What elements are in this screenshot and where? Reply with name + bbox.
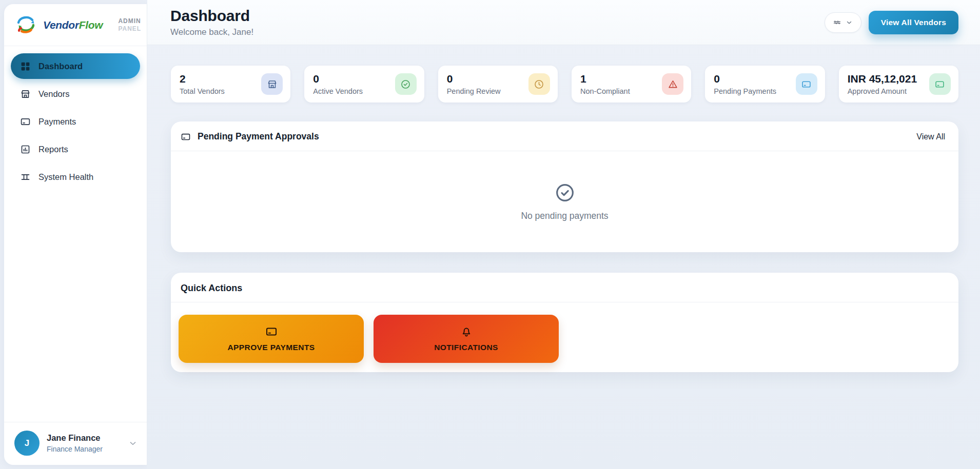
- admin-panel-tag: ADMIN PANEL: [118, 17, 141, 33]
- stat-label: Pending Payments: [714, 87, 776, 95]
- stat-text: 2 Total Vendors: [180, 73, 225, 95]
- stat-value: INR 45,12,021: [848, 73, 917, 85]
- credit-card-icon: [796, 73, 817, 95]
- sidebar: VendorFlow ADMIN PANEL Dashboard: [0, 0, 147, 469]
- sidebar-item-label: Payments: [38, 117, 76, 127]
- check-circle-icon: [555, 182, 575, 203]
- stat-label: Non-Compliant: [580, 87, 630, 95]
- credit-card-icon: [929, 73, 951, 95]
- content: 2 Total Vendors 0 Active Vendors: [147, 45, 980, 393]
- stat-card-pending-review: 0 Pending Review: [438, 66, 558, 103]
- pending-approvals-title-group: Pending Payment Approvals: [181, 131, 319, 142]
- filter-dropdown[interactable]: [825, 12, 861, 33]
- credit-card-icon: [265, 325, 278, 338]
- stat-text: 0 Pending Review: [447, 73, 501, 95]
- main-area: Dashboard Welcome back, Jane! View All V…: [147, 0, 980, 469]
- user-profile[interactable]: J Jane Finance Finance Manager: [4, 422, 147, 465]
- stat-value: 1: [580, 73, 630, 85]
- stat-value: 0: [447, 73, 501, 85]
- dashboard-grid-icon: [20, 61, 31, 72]
- vendorflow-logo-icon: [14, 14, 37, 36]
- avatar: J: [14, 431, 40, 456]
- app-root: VendorFlow ADMIN PANEL Dashboard: [0, 0, 980, 469]
- sidebar-item-label: Dashboard: [38, 62, 83, 71]
- sidebar-item-payments[interactable]: Payments: [11, 109, 140, 134]
- button-label: APPROVE PAYMENTS: [227, 343, 315, 352]
- page-header-text: Dashboard Welcome back, Jane!: [170, 7, 253, 37]
- brand-name: VendorFlow: [43, 19, 103, 31]
- system-rails-icon: [20, 172, 31, 182]
- quick-actions-body: APPROVE PAYMENTS NOTIFICATIONS: [171, 302, 958, 372]
- stat-card-pending-payments: 0 Pending Payments: [705, 66, 825, 103]
- stat-text: INR 45,12,021 Approved Amount: [848, 73, 917, 95]
- chevron-down-icon[interactable]: [128, 439, 138, 448]
- credit-card-icon: [181, 132, 191, 142]
- quick-actions-card: Quick Actions APPROVE PAYMENTS: [171, 273, 958, 372]
- pending-approvals-card: Pending Payment Approvals View All No pe…: [171, 121, 958, 252]
- approvals-empty-state: No pending payments: [171, 151, 958, 252]
- brand-name-part1: Vendor: [43, 19, 79, 31]
- stat-card-approved-amount: INR 45,12,021 Approved Amount: [839, 66, 958, 103]
- check-circle-icon: [395, 73, 417, 95]
- stats-row: 2 Total Vendors 0 Active Vendors: [171, 66, 958, 103]
- stat-card-active-vendors: 0 Active Vendors: [304, 66, 424, 103]
- stat-text: 0 Pending Payments: [714, 73, 776, 95]
- notifications-button[interactable]: NOTIFICATIONS: [374, 315, 559, 363]
- sidebar-item-dashboard[interactable]: Dashboard: [11, 53, 140, 79]
- stat-value: 0: [714, 73, 776, 85]
- stat-label: Approved Amount: [848, 87, 917, 95]
- stat-label: Pending Review: [447, 87, 501, 95]
- stat-label: Total Vendors: [180, 87, 225, 95]
- user-role: Finance Manager: [47, 444, 121, 454]
- header-actions: View All Vendors: [825, 11, 958, 34]
- alert-triangle-icon: [662, 73, 683, 95]
- view-all-link[interactable]: View All: [916, 132, 945, 141]
- stat-text: 0 Active Vendors: [313, 73, 363, 95]
- button-label: NOTIFICATIONS: [434, 343, 498, 352]
- credit-card-icon: [20, 116, 31, 127]
- admin-panel-line2: PANEL: [118, 25, 141, 33]
- stat-card-total-vendors: 2 Total Vendors: [171, 66, 290, 103]
- waves-icon: [833, 18, 841, 27]
- stat-label: Active Vendors: [313, 87, 363, 95]
- brand-name-part2: Flow: [79, 19, 103, 31]
- sidebar-item-reports[interactable]: Reports: [11, 136, 140, 162]
- stat-text: 1 Non-Compliant: [580, 73, 630, 95]
- sidebar-item-system-health[interactable]: System Health: [11, 164, 140, 190]
- page-title: Dashboard: [170, 7, 253, 25]
- sidebar-item-label: Vendors: [38, 89, 70, 99]
- page-subtitle: Welcome back, Jane!: [170, 27, 253, 37]
- sidebar-nav: Dashboard Vendors Payments: [4, 46, 147, 422]
- clock-icon: [528, 73, 550, 95]
- store-icon: [20, 89, 31, 99]
- user-meta: Jane Finance Finance Manager: [47, 433, 121, 454]
- sidebar-item-label: Reports: [38, 145, 68, 154]
- bar-chart-icon: [20, 144, 31, 155]
- brand-header: VendorFlow ADMIN PANEL: [4, 4, 147, 46]
- admin-panel-line1: ADMIN: [118, 17, 141, 25]
- sidebar-item-label: System Health: [38, 172, 93, 182]
- bell-icon: [460, 325, 473, 338]
- sidebar-item-vendors[interactable]: Vendors: [11, 81, 140, 107]
- stat-value: 2: [180, 73, 225, 85]
- chevron-down-icon: [846, 19, 853, 26]
- sidebar-card: VendorFlow ADMIN PANEL Dashboard: [4, 4, 147, 465]
- pending-approvals-header: Pending Payment Approvals View All: [171, 121, 958, 151]
- stat-value: 0: [313, 73, 363, 85]
- approve-payments-button[interactable]: APPROVE PAYMENTS: [179, 315, 364, 363]
- stat-card-non-compliant: 1 Non-Compliant: [572, 66, 691, 103]
- user-name: Jane Finance: [47, 433, 121, 443]
- store-icon: [261, 73, 283, 95]
- quick-actions-title: Quick Actions: [171, 273, 958, 302]
- view-all-vendors-button[interactable]: View All Vendors: [869, 11, 958, 34]
- page-header: Dashboard Welcome back, Jane! View All V…: [147, 0, 980, 45]
- empty-state-message: No pending payments: [521, 211, 608, 221]
- pending-approvals-title: Pending Payment Approvals: [198, 131, 319, 142]
